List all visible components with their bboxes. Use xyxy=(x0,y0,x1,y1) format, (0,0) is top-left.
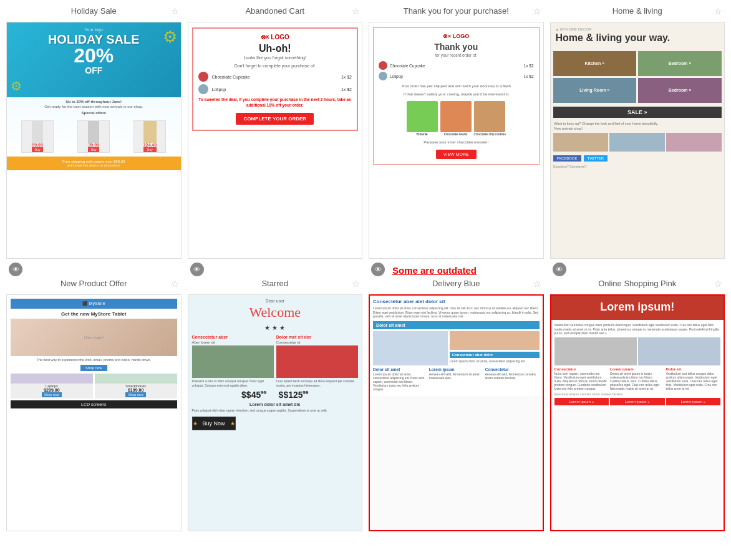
preview-btn-homeliving[interactable]: 👁 xyxy=(553,263,566,276)
shoppingpink-maecenas: Maecenas tempor convalis lorem sodales f… xyxy=(554,392,721,396)
holiday-logo: Your logo xyxy=(12,27,176,32)
outdated-label: Some are outdated xyxy=(392,265,477,276)
homeliving-living: Living Room » xyxy=(553,78,637,103)
deliveryblue-img-2 xyxy=(450,331,540,350)
abandoned-sub: Looks like you forgot something! xyxy=(198,56,352,60)
newproduct-body: ⬛ MyStore Get the new MyStore Tablet [ h… xyxy=(7,295,181,412)
shoppingpink-main-body: Vestibulum sed tellus congue dolor preti… xyxy=(551,320,724,408)
card-title-newproduct: New Product Offer xyxy=(61,279,127,288)
deliveryblue-title: Consectetur aber alet dolor sit xyxy=(373,299,540,304)
deliveryblue-img-1 xyxy=(373,331,448,365)
holiday-price-1: 99.99 xyxy=(32,143,43,147)
shoppingpink-col-2: Lorem ipsum Donec sit amet ipsum in turp… xyxy=(610,367,665,390)
star-icon-holiday[interactable]: ☆ xyxy=(171,6,179,16)
deliveryblue-lorem: Lorem ipsum dolor sit amet, consectetur … xyxy=(373,306,540,319)
abandoned-offer: To sweeten the deal, if you complete you… xyxy=(198,97,352,108)
homeliving-twitter-btn[interactable]: TWITTER xyxy=(584,155,608,162)
holiday-buy-btn-2[interactable]: Buy xyxy=(88,147,99,152)
star-icon-starred[interactable]: ☆ xyxy=(352,279,360,289)
template-new-product[interactable]: ⬛ MyStore Get the new MyStore Tablet [ h… xyxy=(6,294,182,531)
holiday-special: Special offers xyxy=(11,111,177,115)
newproduct-desc: The best way to experience the web, emai… xyxy=(11,358,177,362)
thankyou-prod-1: Brownie xyxy=(407,101,438,136)
card-header-thankyou: Thank you for your purchase! ☆ xyxy=(369,6,544,16)
thankyou-teaser: Pacease your inner chocolate monster! xyxy=(379,140,534,145)
shoppingpink-img-1 xyxy=(554,337,637,365)
preview-btn-holiday[interactable]: 👁 xyxy=(9,263,22,276)
homeliving-socials: FACEBOOK TWITTER xyxy=(551,153,725,163)
card-header-shoppingpink: Online Shopping Pink ☆ xyxy=(550,279,725,288)
card-title-deliveryblue: Delivery Blue xyxy=(432,279,480,288)
abandoned-dontforget: Don't forget to complete your purchase o… xyxy=(198,64,352,68)
deliveryblue-overlay: Consectetur abet dolor xyxy=(450,352,540,358)
deliveryblue-blue-box: Dolor sit amet xyxy=(373,321,540,329)
star-icon-newproduct[interactable]: ☆ xyxy=(171,279,179,289)
deliveryblue-overlay-text: Lorem ipsum dolor sit amet, consectetur … xyxy=(450,359,540,364)
deliveryblue-col-3: Consectetur Aenean elit velit, fermentum… xyxy=(485,367,540,391)
starred-welcome: Welcome xyxy=(192,304,359,321)
deliveryblue-body: Consectetur aber alet dolor sit Lorem ip… xyxy=(370,296,543,396)
starred-product-1: Consectetur aber Aber lorem sit Praesent… xyxy=(192,335,274,387)
newproduct-header: ⬛ MyStore xyxy=(11,299,177,309)
abandoned-item-1: Chocolate Cupcake 1x $2 xyxy=(198,72,352,82)
newproduct-cta-button[interactable]: Shop now xyxy=(80,365,107,371)
star-icon-shoppingpink[interactable]: ☆ xyxy=(714,279,722,289)
homeliving-footer-img-1 xyxy=(553,133,609,152)
shoppingpink-cta-btn-3[interactable]: Lorem ipsum » xyxy=(666,398,721,405)
card-title-thankyou: Thank you for your purchase! xyxy=(404,6,509,16)
homeliving-email: Want to keep up? Change the look and fee… xyxy=(551,119,725,133)
newproduct-lcd: LCD screens xyxy=(11,400,177,408)
starred-body: Dear user Welcome ★ ★ ★ Consectetur aber… xyxy=(188,295,362,434)
shoppingpink-body: Lorem ipsum! Vestibulum sed tellus congu… xyxy=(551,296,724,408)
holiday-buy-btn-1[interactable]: Buy xyxy=(32,147,43,152)
shoppingpink-cta-row: Lorem ipsum » Lorem ipsum » Lorem ipsum … xyxy=(554,398,721,405)
homeliving-facebook-btn[interactable]: FACEBOOK xyxy=(553,155,581,162)
starred-products: Consectetur aber Aber lorem sit Praesent… xyxy=(192,335,359,387)
homeliving-sale[interactable]: SALE » xyxy=(553,107,722,118)
starred-product-img-2 xyxy=(276,345,358,378)
template-holiday-sale[interactable]: Your logo HOLIDAY SALE 20% OFF ⚙ ⚙ Up to… xyxy=(6,22,182,259)
holiday-pct: 20% xyxy=(12,46,176,65)
shoppingpink-title: Lorem ipsum! xyxy=(556,301,719,314)
template-starred[interactable]: Dear user Welcome ★ ★ ★ Consectetur aber… xyxy=(188,294,363,531)
thankyou-body: ⊗× LOGO Thank you for your recent order … xyxy=(369,22,543,170)
shoppingpink-cta-btn-1[interactable]: Lorem ipsum » xyxy=(554,398,609,405)
thankyou-prod-2: Chocolate hearts xyxy=(440,101,472,136)
newproduct-shop-btn-2[interactable]: Shop now xyxy=(125,392,145,397)
footer-col-homeliving: 👁 xyxy=(550,263,725,276)
template-delivery-blue[interactable]: Consectetur aber alet dolor sit Lorem ip… xyxy=(369,294,544,531)
thankyou-prod-img-2 xyxy=(440,101,472,132)
template-thank-you[interactable]: ⊗× LOGO Thank you for your recent order … xyxy=(369,22,544,259)
holiday-body: Up to 20% off throughout June! Get ready… xyxy=(7,97,181,118)
holiday-buy-btn-3[interactable]: Buy xyxy=(143,147,157,152)
starred-dear-user: Dear user xyxy=(192,299,359,303)
abandoned-body: ⊗× LOGO Uh-oh! Looks like you forgot som… xyxy=(188,22,362,136)
preview-btn-abandoned[interactable]: 👁 xyxy=(190,263,204,276)
star-icon-thankyou[interactable]: ☆ xyxy=(533,6,541,16)
starred-cta-star-left: ★ xyxy=(193,420,198,427)
homeliving-footer-img-2 xyxy=(609,133,665,152)
homeliving-footer-imgs xyxy=(551,133,725,152)
deliveryblue-img-col: Consectetur abet dolor Lorem ipsum dolor… xyxy=(450,331,540,365)
template-abandoned-cart[interactable]: ⊗× LOGO Uh-oh! Looks like you forgot som… xyxy=(188,22,363,259)
deliveryblue-col-1: Dolor sit amet Lorem ipsum dolor sit ame… xyxy=(373,367,427,391)
homeliving-kitchen: Kitchen » xyxy=(553,51,637,76)
shoppingpink-cta-btn-2[interactable]: Lorem ipsum » xyxy=(610,398,665,405)
starred-body-text: Proin volutpat nibh vitae sapien interdu… xyxy=(192,408,359,413)
newproduct-shop-btn-1[interactable]: Shop now xyxy=(42,392,62,397)
footer-col-abandoned: 👁 xyxy=(188,263,363,276)
starred-cta-star-right: ★ xyxy=(230,420,235,427)
thankyou-prod-img-3 xyxy=(474,101,505,132)
star-icon-deliveryblue[interactable]: ☆ xyxy=(533,279,541,289)
thankyou-cta-button[interactable]: VIEW MORE xyxy=(436,150,477,159)
abandoned-cta-button[interactable]: COMPLETE YOUR ORDER xyxy=(236,113,314,125)
preview-btn-thankyou[interactable]: 👁 xyxy=(371,263,385,276)
thankyou-sub: for your recent order of: xyxy=(379,53,534,57)
starred-buy-btn[interactable]: ★ Buy Now ★ xyxy=(192,417,236,430)
thankyou-msg: Your order has just shipped and will rea… xyxy=(379,84,534,89)
star-icon-abandoned[interactable]: ☆ xyxy=(352,6,360,16)
homeliving-title: Home & living your way. xyxy=(556,32,720,44)
star-icon-homeliving[interactable]: ☆ xyxy=(714,6,722,16)
template-online-shopping-pink[interactable]: Lorem ipsum! Vestibulum sed tellus congu… xyxy=(550,294,725,531)
template-home-living[interactable]: ▲ MYHOME DECOR Home & living your way. K… xyxy=(550,22,725,259)
